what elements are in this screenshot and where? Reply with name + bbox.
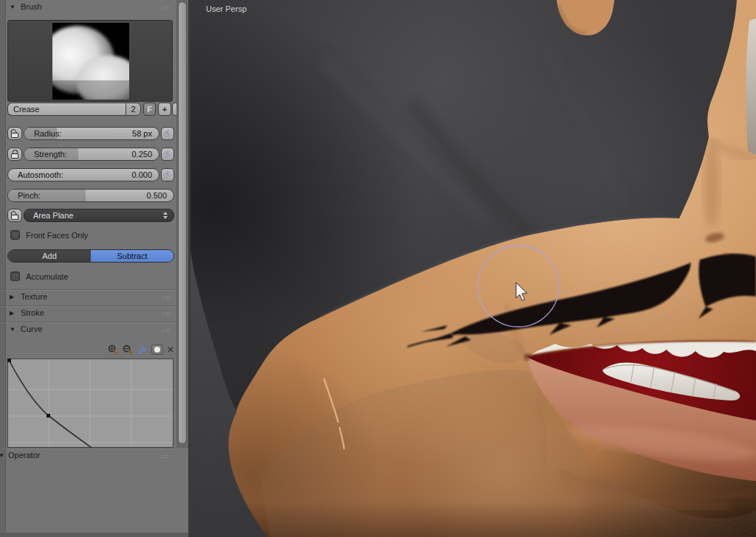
strength-pressure-toggle[interactable]: ☞ — [161, 148, 174, 161]
slider-label: Pinch: — [18, 190, 41, 201]
panel-header-curve[interactable]: ▼ Curve — [0, 322, 176, 337]
strength-row: Strength: 0.250 ☞ — [7, 148, 174, 161]
falloff-curve-editor[interactable] — [7, 358, 173, 448]
slider-value: 0.000 — [131, 170, 152, 181]
panel-grip-icon[interactable] — [162, 312, 171, 316]
checkbox[interactable] — [10, 271, 20, 281]
slider-value: 0.500 — [146, 190, 167, 201]
unlock-icon — [11, 129, 19, 138]
radius-slider[interactable]: Radius: 58 px — [24, 127, 159, 140]
unified-strength-toggle[interactable] — [7, 148, 22, 161]
brush-users-count[interactable]: 2 — [126, 103, 141, 116]
panel-title: Operator — [8, 451, 40, 460]
dropdown-arrows-icon — [163, 212, 168, 219]
collapse-triangle-icon: ▼ — [0, 452, 4, 459]
subtract-button[interactable]: Subtract — [91, 250, 173, 262]
3d-viewport[interactable]: User Persp — [190, 0, 756, 537]
slider-value: 0.250 — [131, 149, 152, 160]
sculpt-plane-row: Area Plane — [7, 209, 174, 222]
radius-pressure-toggle[interactable]: ☞ — [161, 127, 174, 140]
curve-toolbar: ✕ — [108, 344, 174, 356]
panel-header-stroke[interactable]: ▶ Stroke — [0, 305, 176, 321]
scrollbar-thumb[interactable] — [178, 1, 187, 444]
collapse-triangle-icon: ▶ — [10, 294, 14, 300]
delete-curve-icon[interactable]: ✕ — [167, 344, 174, 355]
unlock-icon — [11, 211, 19, 220]
collapse-triangle-icon: ▶ — [10, 310, 14, 316]
fake-user-button[interactable]: F — [143, 103, 156, 116]
pinch-slider[interactable]: Pinch: 0.500 — [7, 189, 174, 202]
blender-window: ▼ Brush — [0, 0, 756, 537]
pressure-hand-icon: ☞ — [161, 148, 173, 161]
slider-label: Autosmooth: — [18, 170, 63, 181]
operator-panel-body — [0, 463, 176, 533]
3d-viewport-canvas[interactable] — [190, 0, 756, 537]
radius-row: Radius: 58 px ☞ — [7, 127, 174, 140]
mouth-corner — [523, 353, 531, 361]
direction-toggle: Add Subtract — [7, 249, 174, 263]
pressure-hand-icon: ☞ — [161, 127, 173, 140]
pressure-hand-icon: ☞ — [161, 168, 173, 181]
view-name-label: User Persp — [206, 4, 247, 13]
panel-header-texture[interactable]: ▶ Texture — [0, 289, 176, 305]
zoom-in-icon[interactable] — [108, 344, 119, 356]
unified-plane-toggle[interactable] — [7, 209, 22, 222]
panel-grip-icon[interactable] — [162, 296, 171, 300]
panel-header-brush[interactable]: ▼ Brush — [0, 0, 176, 15]
checkbox[interactable] — [10, 230, 20, 240]
lock-icon — [11, 150, 19, 159]
circle-icon — [154, 347, 160, 353]
panel-title: Curve — [21, 325, 42, 333]
add-button[interactable]: Add — [8, 250, 91, 262]
plus-icon: + — [162, 105, 167, 114]
autosmooth-row: Autosmooth: 0.000 ☞ — [7, 168, 174, 181]
checkbox-label: Accumulate — [26, 271, 68, 282]
unified-radius-toggle[interactable] — [7, 127, 22, 140]
tool-shelf-scrollbar — [176, 0, 188, 448]
curve-point[interactable] — [47, 414, 50, 418]
slider-value: 58 px — [132, 128, 152, 139]
strength-slider[interactable]: Strength: 0.250 — [24, 148, 159, 161]
panel-header-operator[interactable]: ▼ Operator — [0, 448, 176, 463]
checkbox-label: Front Faces Only — [26, 230, 88, 240]
sculpt-plane-dropdown[interactable]: Area Plane — [24, 209, 174, 222]
add-brush-button[interactable]: + — [158, 103, 171, 116]
dropdown-value: Area Plane — [33, 211, 73, 220]
panel-title: Brush — [21, 2, 42, 11]
panel-grip-icon[interactable] — [162, 454, 171, 459]
curve-clipping-button[interactable] — [151, 344, 163, 355]
tool-shelf-bottom-edge — [0, 533, 188, 537]
pinch-row: Pinch: 0.500 — [7, 189, 174, 202]
zoom-out-icon[interactable] — [123, 344, 134, 356]
wrench-icon[interactable] — [137, 344, 148, 356]
autosmooth-slider[interactable]: Autosmooth: 0.000 — [7, 168, 159, 181]
brush-preview-image[interactable] — [52, 23, 129, 100]
brush-name-row: Crease 2 F + ✕ — [7, 103, 174, 116]
panel-grip-icon[interactable] — [162, 6, 171, 10]
collapse-triangle-icon: ▼ — [10, 326, 16, 333]
autosmooth-pressure-toggle[interactable]: ☞ — [161, 168, 174, 181]
slider-label: Radius: — [34, 128, 61, 139]
brush-preview-box — [7, 20, 173, 102]
panel-title: Texture — [21, 292, 47, 301]
panel-title: Stroke — [21, 308, 44, 317]
brush-name-field[interactable]: Crease — [7, 103, 126, 116]
collapse-triangle-icon: ▼ — [10, 4, 16, 10]
slider-label: Strength: — [34, 149, 67, 160]
curve-point[interactable] — [7, 358, 11, 362]
panel-grip-icon[interactable] — [162, 328, 171, 333]
tool-shelf: ▼ Brush — [0, 0, 190, 537]
